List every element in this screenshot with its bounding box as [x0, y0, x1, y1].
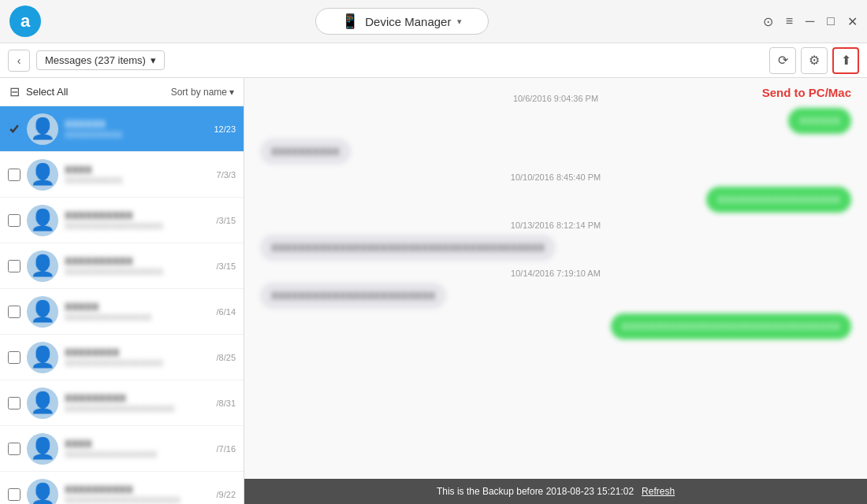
contact-name: XXXXXXXXXX: [65, 209, 210, 221]
contact-info: XXXXXXXXXXXXXXXXXXXXXXXXXXXX: [65, 392, 210, 413]
app-logo: a: [9, 6, 41, 37]
contact-checkbox[interactable]: [8, 169, 20, 181]
message-bubble: XXXXXX: [788, 108, 851, 134]
contact-date: /8/31: [217, 398, 236, 408]
contact-checkbox[interactable]: [8, 351, 20, 364]
backup-text: This is the Backup before 2018-08-23 15:…: [437, 486, 634, 497]
person-icon: 👤: [30, 391, 55, 415]
contact-date: /3/15: [217, 216, 236, 225]
person-icon: 👤: [30, 162, 55, 187]
maximize-button[interactable]: □: [827, 14, 835, 28]
contact-preview: XXXXXXXXXXXXXXXXX: [65, 267, 210, 276]
contact-checkbox[interactable]: [8, 123, 20, 135]
message-bubble: XXXXXXXXXXXXXXXXXXXXXXXXXXXXXXXXXXXXXXXX: [260, 235, 556, 261]
contact-avatar: 👤: [27, 159, 58, 191]
contact-item[interactable]: 👤XXXXXXXXXXXXXXXXXXXX/7/16: [0, 426, 244, 472]
contact-info: XXXXXXXXXXXXXX: [65, 164, 210, 185]
main-content: ⊟ Select All Sort by name ▾ 👤XXXXXXXXXXX…: [0, 78, 867, 504]
contact-item[interactable]: 👤XXXXXXXXXXXXXXXXXXXXXXXXX/8/25: [0, 335, 244, 380]
contact-items: 👤XXXXXXXXXXXXXXXX12/23👤XXXXXXXXXXXXXX7/3…: [0, 106, 244, 504]
message-bubble: XXXXXXXXXX: [260, 139, 351, 165]
minimize-button[interactable]: ─: [806, 14, 814, 28]
contact-item[interactable]: 👤XXXXXXXXXXXXXXXXXXXXXXXXXXX/3/15: [0, 243, 244, 289]
contact-date: /7/16: [217, 444, 236, 454]
person-icon: 👤: [30, 436, 55, 461]
contact-item[interactable]: 👤XXXXXXXXXXXXXXXXXXXXXXXXXXX/3/15: [0, 198, 244, 243]
device-icon: 📱: [341, 13, 359, 30]
contact-name: XXXXX: [65, 301, 210, 313]
chat-messages: 10/6/2016 9:04:36 PMXXXXXXXXXXXXXXXX10/1…: [244, 78, 867, 479]
contact-name: XXXXXX: [65, 118, 207, 130]
contact-avatar: 👤: [27, 250, 58, 282]
contact-checkbox[interactable]: [8, 443, 20, 455]
contact-name: XXXXXXXXX: [65, 392, 210, 404]
send-to-pc-button[interactable]: Send to PC/Mac: [762, 86, 851, 99]
title-bar: a 📱 Device Manager ▾ ⊙ ≡ ─ □ ✕: [0, 0, 867, 43]
settings-button[interactable]: ⚙: [801, 47, 828, 74]
person-icon: 👤: [30, 299, 55, 324]
search-button[interactable]: ⊙: [763, 14, 773, 29]
message-bubble: XXXXXXXXXXXXXXXXXXXXXXXX: [260, 283, 446, 309]
backup-refresh-link[interactable]: Refresh: [642, 486, 675, 497]
contact-checkbox[interactable]: [8, 397, 20, 410]
sort-button[interactable]: Sort by name ▾: [171, 87, 234, 98]
contact-preview: XXXXXXXXXXXXXXXXXXXX: [65, 495, 210, 504]
refresh-icon: ⟳: [778, 53, 788, 68]
menu-button[interactable]: ≡: [786, 14, 793, 28]
contact-avatar: 👤: [27, 479, 58, 505]
toolbar-left: ‹ Messages (237 items) ▾: [8, 50, 165, 72]
contact-date: 12/23: [214, 124, 236, 134]
device-manager-dropdown[interactable]: 📱 Device Manager ▾: [315, 8, 489, 35]
contact-item[interactable]: 👤XXXXXXXXXXXXXXXXXXXX/6/14: [0, 289, 244, 335]
contact-meta: /8/31: [217, 398, 236, 408]
contact-info: XXXXXXXXXXXXXXXXXXXXXXXXX: [65, 346, 210, 368]
contact-date: /8/25: [217, 353, 236, 362]
sort-label: Sort by name: [171, 87, 227, 98]
contact-name: XXXX: [65, 164, 210, 176]
contact-checkbox[interactable]: [8, 260, 20, 272]
contact-info: XXXXXXXXXXXXXXXXXXXXXXXXXXXXXX: [65, 484, 210, 504]
contact-meta: /8/25: [217, 353, 236, 362]
contact-meta: 7/3/3: [217, 170, 236, 180]
contact-name: XXXXXXXXXX: [65, 255, 210, 267]
contact-meta: /3/15: [217, 261, 236, 271]
contact-checkbox[interactable]: [8, 306, 20, 318]
contact-meta: 12/23: [214, 124, 236, 134]
toolbar-right: ⟳ ⚙ ⬆: [769, 47, 859, 74]
contact-avatar: 👤: [27, 113, 58, 145]
messages-label: Messages (237 items): [45, 54, 146, 66]
settings-icon: ⚙: [809, 53, 820, 68]
contact-preview: XXXXXXXXXX: [65, 176, 210, 185]
person-icon: 👤: [30, 345, 55, 369]
contact-preview: XXXXXXXXXX: [65, 130, 207, 139]
contact-meta: /6/14: [217, 307, 236, 317]
contact-item[interactable]: 👤XXXXXXXXXXXXXX7/3/3: [0, 152, 244, 198]
contact-avatar: 👤: [27, 387, 58, 419]
contact-info: XXXXXXXXXXXXXXXXXXXX: [65, 438, 210, 459]
contact-info: XXXXXXXXXXXXXXXXXXXXXXXXXXX: [65, 209, 210, 231]
messages-dropdown[interactable]: Messages (237 items) ▾: [36, 50, 165, 70]
select-all-bar: ⊟ Select All Sort by name ▾: [0, 78, 244, 106]
message-bubble: XXXXXXXXXXXXXXXXXXXXXXXXXXXXXXXX: [611, 313, 851, 339]
sort-arrow: ▾: [229, 87, 234, 98]
contact-avatar: 👤: [27, 342, 58, 373]
contact-item[interactable]: 👤XXXXXXXXXXXXXXXX12/23: [0, 106, 244, 152]
contact-list: ⊟ Select All Sort by name ▾ 👤XXXXXXXXXXX…: [0, 78, 244, 504]
contact-checkbox[interactable]: [8, 214, 20, 227]
export-button[interactable]: ⬆: [832, 47, 859, 74]
contact-item[interactable]: 👤XXXXXXXXXXXXXXXXXXXXXXXXXXXXXX/9/22: [0, 472, 244, 504]
contact-name: XXXX: [65, 438, 210, 450]
person-icon: 👤: [30, 482, 55, 504]
contact-item[interactable]: 👤XXXXXXXXXXXXXXXXXXXXXXXXXXXX/8/31: [0, 380, 244, 426]
person-icon: 👤: [30, 208, 55, 232]
contact-info: XXXXXXXXXXXXXXXX: [65, 118, 207, 139]
close-button[interactable]: ✕: [847, 14, 858, 29]
refresh-button[interactable]: ⟳: [769, 47, 796, 74]
select-all-left: ⊟ Select All: [9, 84, 68, 99]
message-bubble-wrap: XXXXXXXXXXXXXXXXXX: [260, 187, 851, 213]
contact-preview: XXXXXXXXXXXXXXX: [65, 313, 210, 322]
back-button[interactable]: ‹: [8, 50, 30, 72]
contact-checkbox[interactable]: [8, 488, 20, 501]
contact-meta: /7/16: [217, 444, 236, 454]
contact-name: XXXXXXXXXX: [65, 484, 210, 495]
